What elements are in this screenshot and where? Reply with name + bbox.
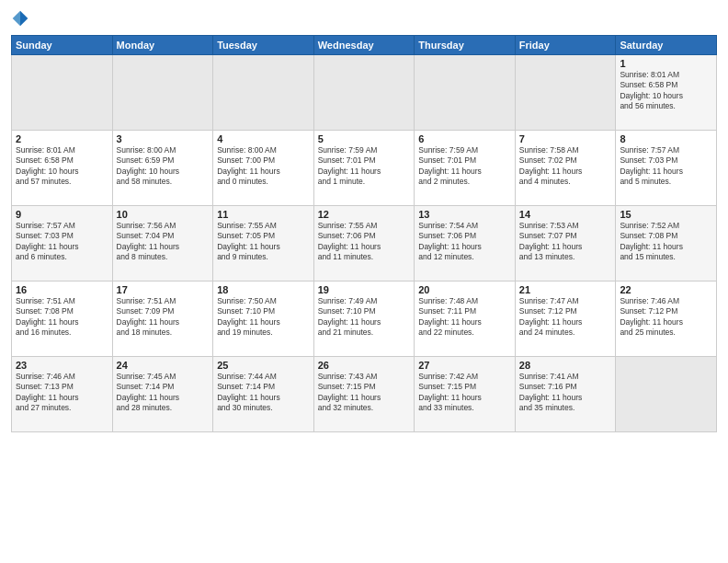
day-info: Sunrise: 7:59 AM Sunset: 7:01 PM Dayligh… (318, 145, 411, 188)
calendar-day-cell: 26Sunrise: 7:43 AM Sunset: 7:15 PM Dayli… (313, 357, 415, 432)
day-number: 17 (117, 284, 210, 295)
day-number: 11 (217, 209, 310, 220)
weekday-header: Saturday (616, 36, 717, 55)
calendar-day-cell: 22Sunrise: 7:46 AM Sunset: 7:12 PM Dayli… (616, 282, 717, 357)
calendar-day-cell: 19Sunrise: 7:49 AM Sunset: 7:10 PM Dayli… (313, 282, 415, 357)
calendar-day-cell: 7Sunrise: 7:58 AM Sunset: 7:02 PM Daylig… (515, 131, 616, 206)
weekday-header-row: SundayMondayTuesdayWednesdayThursdayFrid… (12, 36, 717, 55)
day-number: 19 (318, 284, 411, 295)
calendar-day-cell: 28Sunrise: 7:41 AM Sunset: 7:16 PM Dayli… (515, 357, 616, 432)
calendar-day-cell (515, 55, 616, 131)
calendar-day-cell: 6Sunrise: 7:59 AM Sunset: 7:01 PM Daylig… (415, 131, 516, 206)
day-info: Sunrise: 8:00 AM Sunset: 7:00 PM Dayligh… (217, 145, 310, 188)
day-info: Sunrise: 7:42 AM Sunset: 7:15 PM Dayligh… (418, 372, 511, 414)
calendar-day-cell: 11Sunrise: 7:55 AM Sunset: 7:05 PM Dayli… (213, 206, 314, 282)
weekday-header: Tuesday (213, 36, 314, 55)
day-info: Sunrise: 7:58 AM Sunset: 7:02 PM Dayligh… (519, 145, 612, 188)
weekday-header: Monday (112, 36, 213, 55)
logo-icon (11, 9, 29, 28)
calendar-day-cell (12, 55, 113, 131)
day-info: Sunrise: 7:46 AM Sunset: 7:13 PM Dayligh… (16, 372, 108, 414)
day-info: Sunrise: 7:50 AM Sunset: 7:10 PM Dayligh… (217, 296, 310, 339)
calendar-day-cell: 23Sunrise: 7:46 AM Sunset: 7:13 PM Dayli… (12, 357, 113, 432)
calendar-day-cell: 5Sunrise: 7:59 AM Sunset: 7:01 PM Daylig… (313, 131, 415, 206)
day-info: Sunrise: 7:55 AM Sunset: 7:06 PM Dayligh… (318, 221, 411, 263)
weekday-header: Wednesday (313, 36, 415, 55)
day-info: Sunrise: 7:56 AM Sunset: 7:04 PM Dayligh… (117, 221, 210, 263)
day-number: 18 (217, 284, 310, 295)
calendar-week-row: 9Sunrise: 7:57 AM Sunset: 7:03 PM Daylig… (12, 206, 717, 282)
calendar-week-row: 2Sunrise: 8:01 AM Sunset: 6:58 PM Daylig… (12, 131, 717, 206)
weekday-header: Thursday (415, 36, 516, 55)
weekday-header: Sunday (12, 36, 113, 55)
day-number: 15 (620, 209, 712, 220)
day-number: 9 (16, 209, 108, 220)
calendar-day-cell: 2Sunrise: 8:01 AM Sunset: 6:58 PM Daylig… (12, 131, 113, 206)
svg-marker-1 (13, 11, 20, 27)
day-number: 16 (16, 284, 108, 295)
calendar-day-cell: 13Sunrise: 7:54 AM Sunset: 7:06 PM Dayli… (415, 206, 516, 282)
day-number: 2 (16, 133, 108, 144)
day-info: Sunrise: 7:44 AM Sunset: 7:14 PM Dayligh… (217, 372, 310, 414)
day-number: 4 (217, 133, 310, 144)
calendar-day-cell: 21Sunrise: 7:47 AM Sunset: 7:12 PM Dayli… (515, 282, 616, 357)
day-info: Sunrise: 7:57 AM Sunset: 7:03 PM Dayligh… (16, 221, 108, 263)
day-number: 3 (117, 133, 210, 144)
calendar-day-cell: 12Sunrise: 7:55 AM Sunset: 7:06 PM Dayli… (313, 206, 415, 282)
day-number: 23 (16, 360, 108, 371)
day-number: 20 (418, 284, 511, 295)
calendar-day-cell: 15Sunrise: 7:52 AM Sunset: 7:08 PM Dayli… (616, 206, 717, 282)
day-info: Sunrise: 8:00 AM Sunset: 6:59 PM Dayligh… (117, 145, 210, 188)
calendar-day-cell (415, 55, 516, 131)
day-info: Sunrise: 7:55 AM Sunset: 7:05 PM Dayligh… (217, 221, 310, 263)
day-info: Sunrise: 7:49 AM Sunset: 7:10 PM Dayligh… (318, 296, 411, 339)
day-info: Sunrise: 7:46 AM Sunset: 7:12 PM Dayligh… (620, 296, 712, 339)
calendar-day-cell: 10Sunrise: 7:56 AM Sunset: 7:04 PM Dayli… (112, 206, 213, 282)
calendar-day-cell: 8Sunrise: 7:57 AM Sunset: 7:03 PM Daylig… (616, 131, 717, 206)
calendar-day-cell: 25Sunrise: 7:44 AM Sunset: 7:14 PM Dayli… (213, 357, 314, 432)
day-info: Sunrise: 8:01 AM Sunset: 6:58 PM Dayligh… (16, 145, 108, 188)
day-info: Sunrise: 7:54 AM Sunset: 7:06 PM Dayligh… (418, 221, 511, 263)
day-number: 6 (418, 133, 511, 144)
day-info: Sunrise: 7:51 AM Sunset: 7:09 PM Dayligh… (117, 296, 210, 339)
page: SundayMondayTuesdayWednesdayThursdayFrid… (0, 0, 728, 563)
day-number: 12 (318, 209, 411, 220)
header (11, 9, 717, 28)
day-info: Sunrise: 7:48 AM Sunset: 7:11 PM Dayligh… (418, 296, 511, 339)
day-number: 8 (620, 133, 712, 144)
calendar-day-cell: 27Sunrise: 7:42 AM Sunset: 7:15 PM Dayli… (415, 357, 516, 432)
day-number: 24 (117, 360, 210, 371)
day-info: Sunrise: 7:59 AM Sunset: 7:01 PM Dayligh… (418, 145, 511, 188)
day-info: Sunrise: 7:43 AM Sunset: 7:15 PM Dayligh… (318, 372, 411, 414)
day-info: Sunrise: 7:45 AM Sunset: 7:14 PM Dayligh… (117, 372, 210, 414)
day-number: 10 (117, 209, 210, 220)
day-number: 13 (418, 209, 511, 220)
calendar-day-cell (313, 55, 415, 131)
day-number: 26 (318, 360, 411, 371)
calendar-day-cell: 3Sunrise: 8:00 AM Sunset: 6:59 PM Daylig… (112, 131, 213, 206)
day-number: 14 (519, 209, 612, 220)
calendar-day-cell: 24Sunrise: 7:45 AM Sunset: 7:14 PM Dayli… (112, 357, 213, 432)
day-info: Sunrise: 7:51 AM Sunset: 7:08 PM Dayligh… (16, 296, 108, 339)
calendar-week-row: 16Sunrise: 7:51 AM Sunset: 7:08 PM Dayli… (12, 282, 717, 357)
day-info: Sunrise: 7:47 AM Sunset: 7:12 PM Dayligh… (519, 296, 612, 339)
calendar-table: SundayMondayTuesdayWednesdayThursdayFrid… (11, 35, 717, 432)
day-number: 27 (418, 360, 511, 371)
calendar-day-cell (112, 55, 213, 131)
day-number: 21 (519, 284, 612, 295)
calendar-day-cell (616, 357, 717, 432)
day-info: Sunrise: 7:53 AM Sunset: 7:07 PM Dayligh… (519, 221, 612, 263)
calendar-day-cell: 14Sunrise: 7:53 AM Sunset: 7:07 PM Dayli… (515, 206, 616, 282)
calendar-day-cell: 18Sunrise: 7:50 AM Sunset: 7:10 PM Dayli… (213, 282, 314, 357)
day-number: 28 (519, 360, 612, 371)
calendar-day-cell: 1Sunrise: 8:01 AM Sunset: 6:58 PM Daylig… (616, 55, 717, 131)
calendar-day-cell: 20Sunrise: 7:48 AM Sunset: 7:11 PM Dayli… (415, 282, 516, 357)
logo (11, 9, 33, 28)
day-number: 22 (620, 284, 712, 295)
calendar-week-row: 1Sunrise: 8:01 AM Sunset: 6:58 PM Daylig… (12, 55, 717, 131)
calendar-day-cell: 4Sunrise: 8:00 AM Sunset: 7:00 PM Daylig… (213, 131, 314, 206)
day-info: Sunrise: 7:41 AM Sunset: 7:16 PM Dayligh… (519, 372, 612, 414)
calendar-week-row: 23Sunrise: 7:46 AM Sunset: 7:13 PM Dayli… (12, 357, 717, 432)
day-number: 5 (318, 133, 411, 144)
calendar-day-cell: 17Sunrise: 7:51 AM Sunset: 7:09 PM Dayli… (112, 282, 213, 357)
